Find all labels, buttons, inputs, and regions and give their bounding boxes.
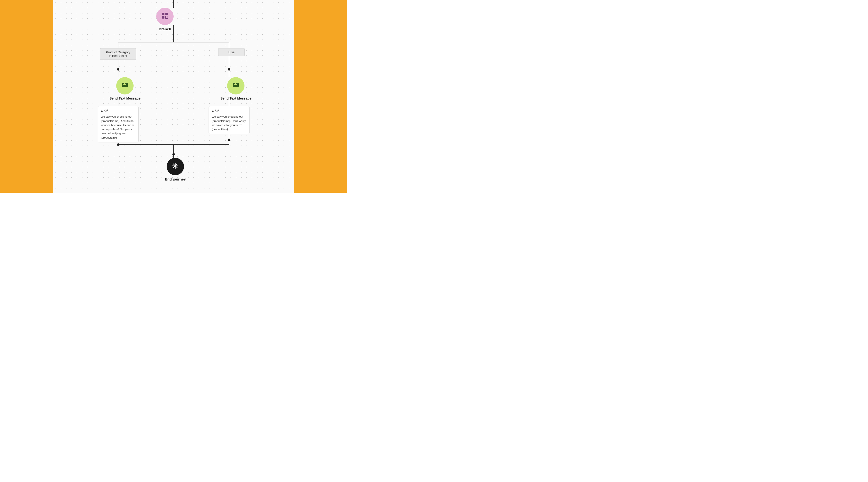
left-clock-icon: [104, 109, 108, 113]
left-card-header: ▶: [101, 109, 135, 113]
svg-rect-19: [162, 16, 164, 19]
svg-line-36: [217, 110, 218, 111]
left-orange-panel: [0, 0, 53, 193]
svg-rect-18: [165, 13, 168, 15]
left-message-card[interactable]: ▶ We saw you checking out {productName}.…: [98, 106, 138, 142]
center-merge-dot: [173, 153, 175, 155]
branch-node[interactable]: Branch: [156, 8, 174, 31]
left-send-small-icon: ▶: [101, 109, 103, 113]
left-condition-box[interactable]: Product Category is Best Seller: [100, 48, 136, 60]
svg-rect-20: [165, 16, 168, 19]
svg-rect-17: [162, 13, 164, 15]
right-send-small-icon: ▶: [212, 109, 214, 113]
left-send-text-node[interactable]: Send Text Message: [110, 77, 141, 100]
branch-label: Branch: [159, 27, 171, 31]
end-journey-node[interactable]: End journey: [165, 158, 186, 181]
left-collapse-arrow[interactable]: ⌃: [115, 134, 118, 138]
end-journey-label: End journey: [165, 177, 186, 181]
right-send-text-label: Send Text Message: [220, 96, 251, 100]
right-branch-dot: [228, 68, 230, 71]
branch-circle[interactable]: [156, 8, 174, 25]
right-card-header: ▶: [212, 109, 246, 113]
end-journey-circle[interactable]: [166, 158, 184, 175]
left-branch-dot: [117, 68, 119, 71]
end-journey-icon: [172, 162, 179, 171]
right-collapse-arrow[interactable]: ⌃: [226, 125, 229, 129]
right-send-text-circle[interactable]: [227, 77, 245, 94]
left-send-text-circle[interactable]: [116, 77, 133, 94]
left-merge-dot: [117, 143, 119, 146]
workflow-canvas[interactable]: Branch Product Category is Best Seller E…: [53, 0, 294, 193]
left-send-text-icon: [122, 82, 128, 90]
svg-line-33: [106, 110, 107, 111]
right-clock-icon: [215, 109, 219, 113]
left-send-text-label: Send Text Message: [110, 96, 141, 100]
right-orange-panel: [294, 0, 347, 193]
right-condition-text: Else: [228, 51, 235, 54]
right-send-text-icon: [232, 82, 239, 90]
right-merge-dot: [228, 138, 230, 141]
right-message-card[interactable]: ▶ We saw you checking out {productName}.…: [209, 106, 250, 134]
branch-icon: [161, 12, 168, 21]
left-condition-text: Product Category is Best Seller: [106, 51, 130, 58]
right-send-text-node[interactable]: Send Text Message: [220, 77, 251, 100]
right-condition-box[interactable]: Else: [218, 48, 245, 56]
